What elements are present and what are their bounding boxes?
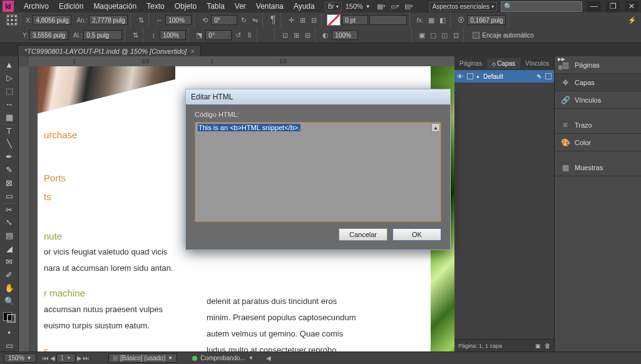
- far-muestras[interactable]: ▦Muestras: [555, 159, 641, 176]
- far-color[interactable]: 🎨Color: [555, 134, 641, 151]
- stroke-weight-field[interactable]: [342, 15, 368, 25]
- x-field[interactable]: [33, 15, 71, 25]
- constrain-icon[interactable]: ⇅: [136, 15, 146, 25]
- shear-field[interactable]: [205, 30, 232, 40]
- fill-frame-icon[interactable]: ◫: [439, 30, 449, 40]
- eyedropper-tool[interactable]: ✐: [2, 269, 17, 281]
- gap-tool[interactable]: ↔: [2, 98, 17, 110]
- first-page-icon[interactable]: ⏮: [43, 355, 49, 361]
- textarea-scroll-up-icon[interactable]: ▲: [431, 123, 440, 132]
- menu-objeto[interactable]: Objeto: [170, 1, 202, 12]
- distribute-icon[interactable]: ⊞: [297, 15, 307, 25]
- screen-mode-icon[interactable]: ▭▾: [388, 1, 402, 11]
- menu-archivo[interactable]: Archivo: [19, 1, 54, 12]
- page-field[interactable]: 1 ▼: [56, 353, 76, 363]
- stroke-swatch[interactable]: [327, 14, 341, 26]
- menu-ver[interactable]: Ver: [230, 1, 251, 12]
- menu-tabla[interactable]: Tabla: [202, 1, 230, 12]
- free-transform-tool[interactable]: ⤡: [2, 216, 17, 228]
- fill-stroke-swatch[interactable]: [3, 312, 16, 323]
- visibility-icon[interactable]: 👁: [457, 73, 463, 80]
- line-tool[interactable]: ╲: [2, 138, 17, 149]
- note-tool[interactable]: ✉: [2, 256, 17, 268]
- gradient-swatch-tool[interactable]: ▤: [2, 230, 17, 241]
- html-code-textarea[interactable]: This is an <b>HTML snippet</b>. ▲: [195, 122, 441, 222]
- workspace-switcher[interactable]: Aspectos esenciales▾: [429, 2, 497, 11]
- wrap-icon[interactable]: ▦: [426, 15, 436, 25]
- cancel-button[interactable]: Cancelar: [339, 228, 387, 241]
- menu-texto[interactable]: Texto: [141, 1, 170, 12]
- align-group-icon[interactable]: ⊟: [309, 15, 319, 25]
- zoom-level[interactable]: 150%▼: [342, 1, 374, 11]
- preflight-status[interactable]: Comprobando... ▼: [192, 355, 254, 361]
- scale-y-field[interactable]: [160, 30, 186, 40]
- content-collector-tool[interactable]: ▦: [2, 111, 17, 123]
- document-tab-close-icon[interactable]: ×: [190, 48, 194, 55]
- hand-tool[interactable]: ✋: [2, 282, 17, 294]
- scissors-tool[interactable]: ✂: [2, 203, 17, 215]
- delete-layer-icon[interactable]: 🗑: [545, 343, 550, 349]
- scroll-left-icon[interactable]: ◀: [266, 355, 271, 361]
- menu-ventana[interactable]: Ventana: [251, 1, 289, 12]
- rotate-ccw-icon[interactable]: ↺: [233, 30, 243, 40]
- corner-icon[interactable]: ◧: [438, 15, 448, 25]
- bridge-button[interactable]: Br▾: [325, 2, 342, 11]
- tab-capas[interactable]: ◇Capas: [487, 58, 520, 69]
- tab-paginas[interactable]: Páginas: [454, 58, 487, 69]
- flash-icon[interactable]: ⚡: [627, 15, 637, 25]
- paragraph-icon[interactable]: ¶: [268, 15, 278, 25]
- document-tab[interactable]: *TC9990801-LAYOUT-PI1.indd @ 150% [Conve…: [18, 45, 201, 57]
- stroke-style-field[interactable]: [369, 15, 407, 25]
- pen-tool[interactable]: ✒: [2, 151, 17, 163]
- zoom-tool[interactable]: 🔍: [2, 295, 17, 307]
- selection-tool[interactable]: ▲: [2, 59, 17, 71]
- prev-page-icon[interactable]: ◀: [50, 355, 55, 361]
- lock-box[interactable]: [467, 73, 473, 79]
- far-capas[interactable]: ❖Capas: [555, 74, 641, 91]
- gradient-feather-tool[interactable]: ◢: [2, 243, 17, 255]
- opacity-field[interactable]: [332, 30, 358, 40]
- menu-ayuda[interactable]: Ayuda: [289, 1, 320, 12]
- object-style-status[interactable]: ⊞ [Básico] (usado) ▼: [108, 353, 177, 363]
- rectangle-frame-tool[interactable]: ⊠: [2, 177, 17, 189]
- search-input[interactable]: 🔍: [501, 1, 582, 12]
- fit-frame-icon[interactable]: ▢: [428, 30, 438, 40]
- ok-button[interactable]: OK: [392, 228, 441, 241]
- menu-maquetacion[interactable]: Maquetación: [88, 1, 141, 12]
- panel-menu-icon[interactable]: ▸▸ ≡: [554, 54, 569, 72]
- align4-icon[interactable]: ⊟: [302, 30, 312, 40]
- constrain2-icon[interactable]: ⇅: [130, 30, 140, 40]
- tab-vinculos[interactable]: Vínculos: [520, 58, 554, 69]
- auto-fit-checkbox[interactable]: Encaje automático: [473, 32, 533, 39]
- h-field[interactable]: [83, 30, 122, 40]
- layer-row-default[interactable]: 👁 ▸ Default ✎: [454, 70, 554, 83]
- fx-icon[interactable]: fx.: [415, 15, 425, 25]
- menu-edicion[interactable]: Edición: [54, 1, 88, 12]
- next-page-icon[interactable]: ▶: [77, 355, 82, 361]
- reference-point-icon[interactable]: [6, 14, 18, 26]
- page-tool[interactable]: ⬚: [2, 85, 17, 97]
- view-mode-icon[interactable]: ▭: [2, 340, 17, 351]
- flip-v-icon[interactable]: ⥮: [244, 30, 254, 40]
- dialog-titlebar[interactable]: Editar HTML: [186, 89, 450, 104]
- zoom-status[interactable]: 150% ▼: [4, 353, 36, 363]
- align2-icon[interactable]: ⊡: [280, 30, 290, 40]
- window-close[interactable]: ✕: [625, 1, 638, 11]
- apply-color-icon[interactable]: ▪: [2, 326, 17, 338]
- align3-icon[interactable]: ⊞: [291, 30, 301, 40]
- last-page-icon[interactable]: ⏭: [83, 355, 90, 361]
- align-center-icon[interactable]: ✛: [286, 15, 296, 25]
- fit-content-icon[interactable]: ▣: [417, 30, 427, 40]
- direct-selection-tool[interactable]: ▷: [2, 72, 17, 84]
- select-box[interactable]: [545, 73, 551, 79]
- rectangle-tool[interactable]: ▭: [2, 190, 17, 202]
- y-field[interactable]: [29, 30, 68, 40]
- w-field[interactable]: [89, 15, 128, 25]
- pct-field[interactable]: [467, 15, 506, 25]
- type-tool[interactable]: T: [2, 124, 17, 136]
- new-layer-icon[interactable]: ▣: [535, 343, 541, 349]
- view-options-icon[interactable]: ▦▾: [374, 1, 388, 11]
- center-content-icon[interactable]: ⊡: [451, 30, 461, 40]
- arrange-icon[interactable]: ▤▾: [402, 1, 416, 11]
- pencil-tool[interactable]: ✎: [2, 164, 17, 176]
